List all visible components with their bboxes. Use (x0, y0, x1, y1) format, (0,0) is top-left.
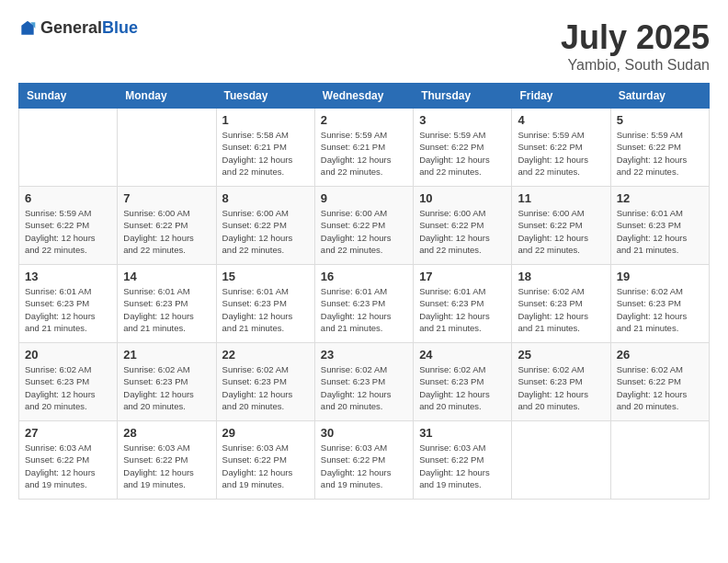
day-info: Sunrise: 6:03 AM Sunset: 6:22 PM Dayligh… (321, 442, 407, 490)
day-info: Sunrise: 5:59 AM Sunset: 6:22 PM Dayligh… (518, 129, 604, 178)
weekday-header: Tuesday (216, 84, 314, 109)
day-info: Sunrise: 5:59 AM Sunset: 6:22 PM Dayligh… (419, 129, 506, 178)
calendar-week-row: 20Sunrise: 6:02 AM Sunset: 6:23 PM Dayli… (19, 343, 710, 421)
day-number: 17 (419, 270, 506, 283)
calendar-cell: 5Sunrise: 5:59 AM Sunset: 6:22 PM Daylig… (610, 109, 709, 187)
calendar-cell: 27Sunrise: 6:03 AM Sunset: 6:22 PM Dayli… (19, 421, 118, 500)
calendar-cell: 10Sunrise: 6:00 AM Sunset: 6:22 PM Dayli… (414, 187, 512, 265)
calendar-cell: 20Sunrise: 6:02 AM Sunset: 6:23 PM Dayli… (19, 343, 118, 421)
weekday-header: Thursday (414, 84, 512, 109)
weekday-header: Monday (118, 84, 216, 109)
day-info: Sunrise: 5:59 AM Sunset: 6:22 PM Dayligh… (617, 129, 703, 178)
day-info: Sunrise: 6:01 AM Sunset: 6:23 PM Dayligh… (25, 285, 111, 334)
day-number: 4 (518, 113, 604, 127)
day-info: Sunrise: 6:01 AM Sunset: 6:23 PM Dayligh… (419, 285, 506, 334)
calendar-cell: 7Sunrise: 6:00 AM Sunset: 6:22 PM Daylig… (118, 187, 216, 265)
day-number: 2 (321, 113, 407, 127)
calendar-week-row: 27Sunrise: 6:03 AM Sunset: 6:22 PM Dayli… (19, 421, 710, 500)
calendar-cell: 26Sunrise: 6:02 AM Sunset: 6:22 PM Dayli… (610, 343, 709, 421)
day-number: 12 (617, 191, 703, 205)
logo-text: GeneralBlue (40, 18, 138, 38)
calendar-cell: 1Sunrise: 5:58 AM Sunset: 6:21 PM Daylig… (216, 109, 314, 187)
calendar-cell (610, 421, 709, 500)
day-info: Sunrise: 6:03 AM Sunset: 6:22 PM Dayligh… (419, 442, 506, 490)
calendar-cell: 15Sunrise: 6:01 AM Sunset: 6:23 PM Dayli… (216, 265, 314, 343)
calendar-cell: 25Sunrise: 6:02 AM Sunset: 6:23 PM Dayli… (512, 343, 610, 421)
calendar-header-row: SundayMondayTuesdayWednesdayThursdayFrid… (19, 84, 710, 109)
calendar-cell: 2Sunrise: 5:59 AM Sunset: 6:21 PM Daylig… (314, 109, 413, 187)
calendar-cell: 8Sunrise: 6:00 AM Sunset: 6:22 PM Daylig… (216, 187, 314, 265)
calendar-week-row: 1Sunrise: 5:58 AM Sunset: 6:21 PM Daylig… (19, 109, 710, 187)
calendar-cell: 19Sunrise: 6:02 AM Sunset: 6:23 PM Dayli… (610, 265, 709, 343)
day-number: 24 (419, 348, 506, 362)
calendar-cell: 17Sunrise: 6:01 AM Sunset: 6:23 PM Dayli… (414, 265, 512, 343)
day-number: 31 (419, 426, 506, 440)
weekday-header: Saturday (610, 84, 709, 109)
day-info: Sunrise: 6:02 AM Sunset: 6:23 PM Dayligh… (419, 363, 506, 412)
day-number: 3 (419, 113, 506, 127)
calendar-week-row: 13Sunrise: 6:01 AM Sunset: 6:23 PM Dayli… (19, 265, 710, 343)
calendar-location: Yambio, South Sudan (561, 57, 710, 74)
day-info: Sunrise: 6:00 AM Sunset: 6:22 PM Dayligh… (518, 207, 604, 256)
calendar-cell: 28Sunrise: 6:03 AM Sunset: 6:22 PM Dayli… (118, 421, 216, 500)
day-info: Sunrise: 6:00 AM Sunset: 6:22 PM Dayligh… (123, 207, 210, 256)
logo: GeneralBlue (18, 18, 138, 38)
day-info: Sunrise: 6:03 AM Sunset: 6:22 PM Dayligh… (25, 442, 111, 490)
day-number: 11 (518, 191, 604, 205)
day-number: 9 (321, 191, 407, 205)
calendar-cell: 11Sunrise: 6:00 AM Sunset: 6:22 PM Dayli… (512, 187, 610, 265)
day-number: 28 (123, 426, 210, 440)
day-number: 30 (321, 426, 407, 440)
day-info: Sunrise: 6:02 AM Sunset: 6:23 PM Dayligh… (321, 363, 407, 412)
weekday-header: Wednesday (314, 84, 413, 109)
day-number: 27 (25, 426, 111, 440)
calendar-cell: 21Sunrise: 6:02 AM Sunset: 6:23 PM Dayli… (118, 343, 216, 421)
calendar-cell (19, 109, 118, 187)
calendar-cell (118, 109, 216, 187)
day-number: 1 (222, 113, 309, 127)
day-info: Sunrise: 6:00 AM Sunset: 6:22 PM Dayligh… (321, 207, 407, 256)
day-number: 18 (518, 270, 604, 283)
calendar-week-row: 6Sunrise: 5:59 AM Sunset: 6:22 PM Daylig… (19, 187, 710, 265)
day-info: Sunrise: 6:00 AM Sunset: 6:22 PM Dayligh… (419, 207, 506, 256)
day-number: 5 (617, 113, 703, 127)
calendar-cell: 30Sunrise: 6:03 AM Sunset: 6:22 PM Dayli… (314, 421, 413, 500)
calendar-cell: 24Sunrise: 6:02 AM Sunset: 6:23 PM Dayli… (414, 343, 512, 421)
day-info: Sunrise: 6:02 AM Sunset: 6:23 PM Dayligh… (518, 285, 604, 334)
day-number: 20 (25, 348, 111, 362)
day-number: 13 (25, 270, 111, 283)
day-number: 26 (617, 348, 703, 362)
weekday-header: Sunday (19, 84, 118, 109)
day-info: Sunrise: 6:01 AM Sunset: 6:23 PM Dayligh… (321, 285, 407, 334)
title-block: July 2025 Yambio, South Sudan (561, 18, 710, 74)
day-number: 22 (222, 348, 309, 362)
day-info: Sunrise: 6:02 AM Sunset: 6:23 PM Dayligh… (123, 363, 210, 412)
calendar-cell: 31Sunrise: 6:03 AM Sunset: 6:22 PM Dayli… (414, 421, 512, 500)
day-number: 21 (123, 348, 210, 362)
day-info: Sunrise: 6:02 AM Sunset: 6:23 PM Dayligh… (617, 285, 703, 334)
day-info: Sunrise: 5:59 AM Sunset: 6:22 PM Dayligh… (25, 207, 111, 256)
day-number: 19 (617, 270, 703, 283)
day-number: 15 (222, 270, 309, 283)
day-info: Sunrise: 6:03 AM Sunset: 6:22 PM Dayligh… (123, 442, 210, 490)
day-info: Sunrise: 6:02 AM Sunset: 6:23 PM Dayligh… (518, 363, 604, 412)
day-number: 14 (123, 270, 210, 283)
weekday-header: Friday (512, 84, 610, 109)
calendar-cell: 3Sunrise: 5:59 AM Sunset: 6:22 PM Daylig… (414, 109, 512, 187)
calendar-cell: 9Sunrise: 6:00 AM Sunset: 6:22 PM Daylig… (314, 187, 413, 265)
day-number: 7 (123, 191, 210, 205)
calendar-cell: 23Sunrise: 6:02 AM Sunset: 6:23 PM Dayli… (314, 343, 413, 421)
day-info: Sunrise: 6:01 AM Sunset: 6:23 PM Dayligh… (617, 207, 703, 256)
day-number: 10 (419, 191, 506, 205)
calendar-cell: 13Sunrise: 6:01 AM Sunset: 6:23 PM Dayli… (19, 265, 118, 343)
day-number: 29 (222, 426, 309, 440)
calendar-cell: 4Sunrise: 5:59 AM Sunset: 6:22 PM Daylig… (512, 109, 610, 187)
calendar-cell: 14Sunrise: 6:01 AM Sunset: 6:23 PM Dayli… (118, 265, 216, 343)
day-info: Sunrise: 6:02 AM Sunset: 6:23 PM Dayligh… (222, 363, 309, 412)
calendar-table: SundayMondayTuesdayWednesdayThursdayFrid… (18, 83, 710, 500)
page-header: GeneralBlue July 2025 Yambio, South Suda… (18, 18, 710, 74)
day-info: Sunrise: 6:02 AM Sunset: 6:22 PM Dayligh… (617, 363, 703, 412)
day-number: 8 (222, 191, 309, 205)
day-info: Sunrise: 6:01 AM Sunset: 6:23 PM Dayligh… (222, 285, 309, 334)
day-number: 23 (321, 348, 407, 362)
